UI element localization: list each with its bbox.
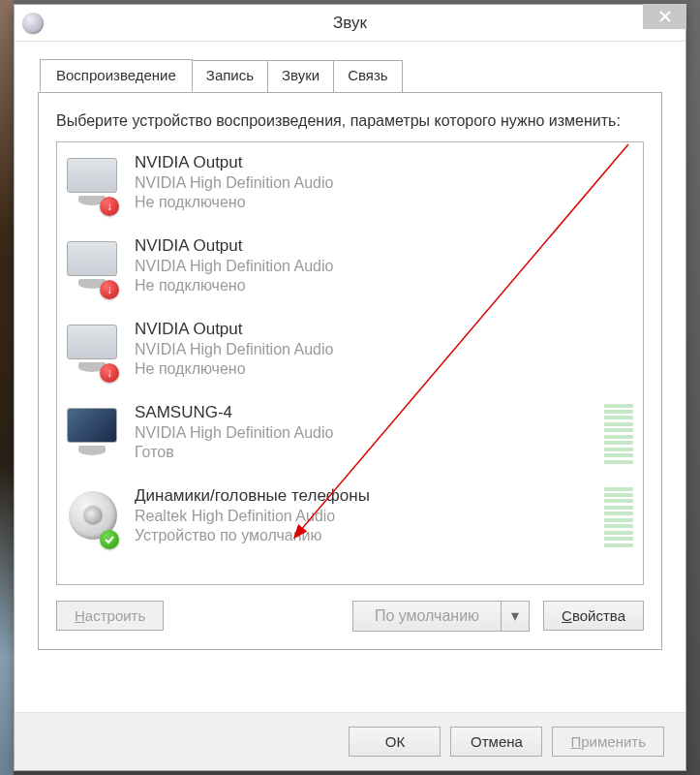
cancel-button[interactable]: Отмена (450, 727, 542, 757)
speaker-icon (65, 481, 121, 553)
device-status: Не подключено (135, 193, 633, 213)
chevron-down-icon[interactable]: ▾ (502, 602, 529, 631)
tab-recording[interactable]: Запись (192, 60, 268, 93)
status-unplugged-icon: ↓ (100, 197, 119, 216)
device-desc: NVIDIA High Definition Audio (135, 423, 604, 444)
apply-button[interactable]: Применить (552, 727, 664, 757)
titlebar[interactable]: Звук (15, 5, 685, 42)
device-item[interactable]: ↓ NVIDIA Output NVIDIA High Definition A… (57, 309, 643, 392)
device-status: Не подключено (135, 359, 633, 380)
monitor-off-icon: ↓ (65, 232, 121, 303)
device-text: NVIDIA Output NVIDIA High Definition Aud… (135, 315, 633, 387)
status-default-icon (100, 530, 119, 549)
dialog-content: Воспроизведение Запись Звуки Связь Выбер… (15, 42, 685, 660)
level-meter-icon (604, 487, 633, 547)
device-desc: NVIDIA High Definition Audio (135, 340, 633, 360)
close-button[interactable] (643, 4, 686, 29)
sound-dialog: Звук Воспроизведение Запись Звуки Связь … (14, 4, 686, 771)
device-name: NVIDIA Output (135, 152, 633, 173)
device-text: NVIDIA Output NVIDIA High Definition Aud… (135, 148, 633, 220)
device-item[interactable]: Динамики/головные телефоны Realtek High … (57, 476, 643, 559)
device-name: NVIDIA Output (135, 319, 633, 340)
tabstrip: Воспроизведение Запись Звуки Связь (40, 59, 662, 92)
device-desc: NVIDIA High Definition Audio (135, 257, 633, 277)
configure-button[interactable]: Настроить (56, 601, 164, 631)
device-name: SAMSUNG-4 (135, 402, 604, 423)
device-list[interactable]: ↓ NVIDIA Output NVIDIA High Definition A… (56, 141, 644, 585)
panel-buttons: Настроить По умолчанию ▾ Свойства (56, 601, 644, 632)
tab-sounds[interactable]: Звуки (267, 60, 334, 93)
background-strip (0, 0, 14, 775)
dialog-buttons: ОК Отмена Применить (15, 712, 685, 770)
playback-panel: Выберите устройство воспроизведения, пар… (38, 92, 662, 650)
device-status: Не подключено (135, 276, 633, 296)
level-meter-icon (604, 404, 633, 464)
device-text: Динамики/головные телефоны Realtek High … (135, 481, 604, 553)
device-name: Динамики/головные телефоны (135, 485, 604, 507)
status-unplugged-icon: ↓ (100, 280, 119, 299)
device-desc: NVIDIA High Definition Audio (135, 173, 633, 194)
device-item[interactable]: ↓ NVIDIA Output NVIDIA High Definition A… (57, 142, 643, 226)
monitor-on-icon (65, 398, 121, 470)
device-name: NVIDIA Output (135, 235, 633, 257)
device-item[interactable]: ↓ NVIDIA Output NVIDIA High Definition A… (57, 226, 643, 309)
properties-button[interactable]: Свойства (543, 601, 644, 631)
device-desc: Realtek High Definition Audio (135, 507, 604, 527)
tab-communications[interactable]: Связь (333, 60, 402, 93)
monitor-off-icon: ↓ (65, 148, 121, 220)
ok-button[interactable]: ОК (349, 727, 441, 757)
monitor-off-icon: ↓ (65, 315, 121, 387)
device-status: Устройство по умолчанию (135, 526, 604, 546)
device-item[interactable]: SAMSUNG-4 NVIDIA High Definition Audio Г… (57, 392, 643, 476)
tab-playback[interactable]: Воспроизведение (40, 59, 193, 92)
window-title: Звук (51, 14, 678, 33)
device-text: NVIDIA Output NVIDIA High Definition Aud… (135, 232, 633, 303)
sound-icon (22, 13, 44, 34)
instruction-text: Выберите устройство воспроизведения, пар… (56, 110, 644, 132)
close-icon (659, 11, 671, 22)
set-default-label: По умолчанию (353, 602, 502, 631)
status-unplugged-icon: ↓ (100, 363, 119, 383)
set-default-button[interactable]: По умолчанию ▾ (352, 601, 530, 632)
device-status: Готов (135, 443, 604, 463)
device-text: SAMSUNG-4 NVIDIA High Definition Audio Г… (135, 398, 604, 470)
